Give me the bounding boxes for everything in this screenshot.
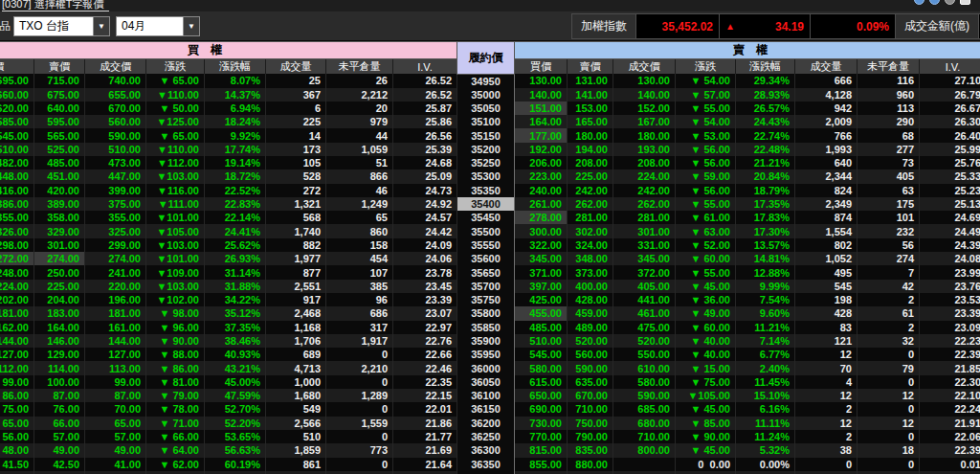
put-bid-cell[interactable]: 240.00 xyxy=(515,184,568,197)
strike-cell[interactable]: 35150 xyxy=(457,128,515,142)
strike-cell[interactable]: 36000 xyxy=(457,361,515,374)
strike-cell[interactable]: 35850 xyxy=(457,321,515,334)
put-ask-cell[interactable]: 324.00 xyxy=(568,238,613,252)
window-tool-icon[interactable] xyxy=(945,0,955,5)
put-bid-cell[interactable]: 300.00 xyxy=(515,224,568,237)
call-bid-cell[interactable]: 248.00 xyxy=(0,265,34,279)
call-bid-cell[interactable]: 448.00 xyxy=(0,169,34,183)
call-bid-cell[interactable]: 112.00 xyxy=(0,361,34,374)
call-bid-cell[interactable]: 660.00 xyxy=(0,88,34,102)
put-bid-cell[interactable]: 730.00 xyxy=(515,417,568,430)
call-ask-cell[interactable]: 358.00 xyxy=(34,211,85,224)
call-ask-cell[interactable]: 66.00 xyxy=(34,417,85,430)
call-bid-cell[interactable]: 416.00 xyxy=(0,184,34,197)
put-ask-cell[interactable]: 281.00 xyxy=(568,211,613,224)
put-ask-cell[interactable]: 560.00 xyxy=(568,348,613,361)
put-bid-cell[interactable]: 770.00 xyxy=(515,430,568,443)
put-ask-cell[interactable]: 302.00 xyxy=(568,224,613,237)
call-ask-cell[interactable]: 525.00 xyxy=(34,143,85,156)
call-ask-cell[interactable]: 250.00 xyxy=(34,265,85,279)
call-bid-cell[interactable]: 355.00 xyxy=(0,211,34,224)
call-bid-cell[interactable]: 75.00 xyxy=(0,402,34,416)
put-bid-cell[interactable]: 615.00 xyxy=(515,375,568,389)
call-bid-cell[interactable]: 65.00 xyxy=(0,417,34,430)
strike-cell[interactable]: 35400 xyxy=(457,197,515,211)
put-bid-cell[interactable]: 815.00 xyxy=(515,443,568,457)
call-bid-cell[interactable]: 545.00 xyxy=(0,128,34,142)
strike-cell[interactable]: 35500 xyxy=(457,224,515,237)
put-bid-cell[interactable]: 397.00 xyxy=(515,280,568,293)
put-ask-cell[interactable]: 489.00 xyxy=(568,321,613,334)
strike-cell[interactable]: 35550 xyxy=(457,238,515,252)
call-ask-cell[interactable]: 451.00 xyxy=(34,169,85,183)
put-ask-cell[interactable]: 131.00 xyxy=(568,74,613,88)
put-bid-cell[interactable]: 690.00 xyxy=(515,402,568,416)
put-ask-cell[interactable]: 141.00 xyxy=(568,88,613,102)
put-ask-cell[interactable]: 790.00 xyxy=(568,430,613,443)
put-ask-cell[interactable]: 373.00 xyxy=(568,265,613,279)
call-ask-cell[interactable]: 485.00 xyxy=(34,156,85,169)
strike-cell[interactable]: 36200 xyxy=(457,417,515,430)
window-tool-icon[interactable] xyxy=(914,0,924,5)
put-ask-cell[interactable]: 225.00 xyxy=(568,169,613,183)
strike-cell[interactable]: 35200 xyxy=(457,143,515,156)
call-ask-cell[interactable]: 274.00 xyxy=(34,252,85,265)
put-bid-cell[interactable]: 650.00 xyxy=(515,389,568,402)
call-ask-cell[interactable]: 164.00 xyxy=(34,321,85,334)
call-bid-cell[interactable]: 620.00 xyxy=(0,102,34,115)
call-ask-cell[interactable]: 204.00 xyxy=(34,293,85,306)
put-bid-cell[interactable]: 510.00 xyxy=(515,334,568,348)
call-bid-cell[interactable]: 162.00 xyxy=(0,321,34,334)
strike-cell[interactable]: 36250 xyxy=(457,430,515,443)
call-bid-cell[interactable]: 326.00 xyxy=(0,224,34,237)
put-bid-cell[interactable]: 140.00 xyxy=(515,88,568,102)
put-ask-cell[interactable]: 165.00 xyxy=(568,115,613,128)
call-bid-cell[interactable]: 585.00 xyxy=(0,115,34,128)
put-bid-cell[interactable]: 485.00 xyxy=(515,321,568,334)
put-bid-cell[interactable]: 455.00 xyxy=(515,306,568,320)
strike-cell[interactable]: 35700 xyxy=(457,280,515,293)
strike-cell[interactable]: 36150 xyxy=(457,402,515,416)
put-ask-cell[interactable]: 194.00 xyxy=(568,143,613,156)
call-ask-cell[interactable]: 183.00 xyxy=(34,306,85,320)
put-ask-cell[interactable]: 880.00 xyxy=(568,458,613,471)
call-ask-cell[interactable]: 87.00 xyxy=(34,389,85,402)
call-ask-cell[interactable]: 420.00 xyxy=(34,184,85,197)
call-bid-cell[interactable]: 144.00 xyxy=(0,334,34,348)
strike-cell[interactable]: 35050 xyxy=(457,102,515,115)
put-bid-cell[interactable]: 223.00 xyxy=(515,169,568,183)
put-bid-cell[interactable]: 345.00 xyxy=(515,252,568,265)
chevron-down-icon[interactable]: ▼ xyxy=(93,17,109,35)
call-ask-cell[interactable]: 715.00 xyxy=(34,74,85,88)
put-bid-cell[interactable]: 164.00 xyxy=(515,115,568,128)
call-ask-cell[interactable]: 129.00 xyxy=(34,348,85,361)
put-ask-cell[interactable]: 459.00 xyxy=(568,306,613,320)
put-ask-cell[interactable]: 520.00 xyxy=(568,334,613,348)
put-ask-cell[interactable]: 670.00 xyxy=(568,389,613,402)
strike-cell[interactable]: 35350 xyxy=(457,184,515,197)
put-ask-cell[interactable]: 750.00 xyxy=(568,417,613,430)
call-bid-cell[interactable]: 41.50 xyxy=(0,458,34,471)
call-bid-cell[interactable]: 181.00 xyxy=(0,306,34,320)
put-bid-cell[interactable]: 545.00 xyxy=(515,348,568,361)
strike-cell[interactable]: 35000 xyxy=(457,88,515,102)
strike-cell[interactable]: 35800 xyxy=(457,306,515,320)
strike-cell[interactable]: 35650 xyxy=(457,265,515,279)
call-ask-cell[interactable]: 57.00 xyxy=(34,430,85,443)
put-ask-cell[interactable]: 262.00 xyxy=(568,197,613,211)
put-ask-cell[interactable]: 242.00 xyxy=(568,184,613,197)
call-ask-cell[interactable]: 595.00 xyxy=(34,115,85,128)
call-ask-cell[interactable]: 329.00 xyxy=(34,224,85,237)
put-bid-cell[interactable]: 151.00 xyxy=(515,102,568,115)
call-ask-cell[interactable]: 100.00 xyxy=(34,375,85,389)
window-tool-icon[interactable] xyxy=(929,0,940,5)
chevron-down-icon[interactable]: ▼ xyxy=(183,17,199,35)
strike-cell[interactable]: 34950 xyxy=(457,74,515,88)
put-bid-cell[interactable]: 425.00 xyxy=(515,293,568,306)
put-ask-cell[interactable]: 208.00 xyxy=(568,156,613,169)
call-bid-cell[interactable]: 695.00 xyxy=(0,74,34,88)
call-bid-cell[interactable]: 298.00 xyxy=(0,238,34,252)
strike-cell[interactable]: 35750 xyxy=(457,293,515,306)
strike-cell[interactable]: 36100 xyxy=(457,389,515,402)
call-bid-cell[interactable]: 510.00 xyxy=(0,143,34,156)
